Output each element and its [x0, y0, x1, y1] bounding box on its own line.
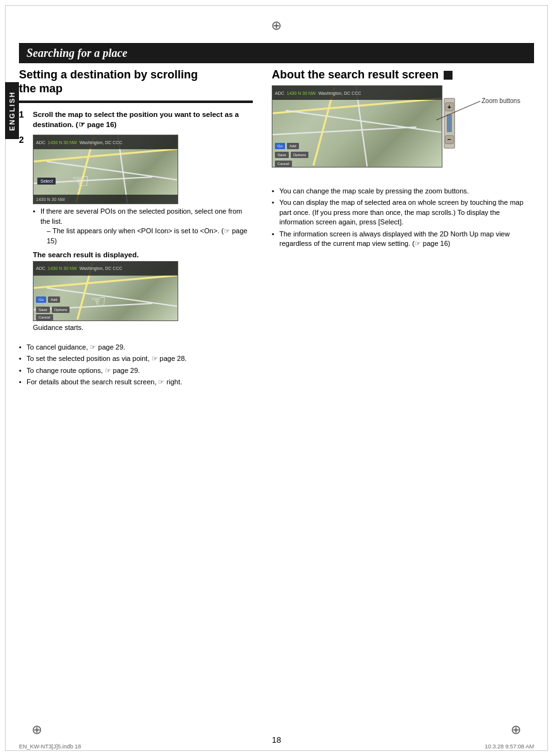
rmap-addr2: Washington, DC CCC — [319, 91, 362, 95]
bottom-bullets: To cancel guidance, ☞ page 29. To set th… — [19, 343, 253, 387]
crosshair-bottom-right: ⊕ — [511, 722, 521, 737]
map1-cursor: ☜ — [71, 169, 90, 191]
map2-save-btn[interactable]: Save — [36, 307, 50, 313]
search-result-text: The search result is displayed. — [33, 251, 253, 259]
page-title: Searching for a place — [27, 47, 128, 60]
rmap-options-btn[interactable]: Options — [291, 152, 309, 158]
road-2 — [47, 161, 177, 181]
english-tab: ENGLISH — [5, 82, 19, 139]
step1-number: 1 — [19, 109, 28, 130]
step1-row: 1 Scroll the map to select the position … — [19, 109, 253, 130]
map1-addr2: Washington, DC CCC — [80, 140, 123, 145]
zoom-buttons-widget: + − — [444, 98, 455, 149]
map2-btn-row2: Save Options — [36, 307, 70, 313]
map1-addr1: 1430 N 30 NW — [48, 140, 77, 145]
rmap-add-btn[interactable]: Add — [287, 143, 299, 149]
right-map: ADC 1430 N 30 NW Washington, DC CCC Go A… — [272, 85, 442, 168]
left-column: Setting a destination by scrolling the m… — [19, 68, 265, 731]
map2-add-btn[interactable]: Add — [48, 296, 60, 303]
map1-coord-bar: 1430 N 30 NW — [33, 195, 178, 204]
bottom-bullet-2: To set the selected position as via poin… — [19, 354, 253, 363]
map2-adc: ADC — [36, 266, 46, 271]
bottom-bullet-1: To cancel guidance, ☞ page 29. — [19, 343, 253, 352]
right-bullet-2: You can display the map of selected area… — [272, 198, 534, 227]
map2-options-btn[interactable]: Options — [52, 307, 70, 313]
bullet-poi: If there are several POIs on the selecte… — [33, 207, 253, 246]
crosshair-bottom-left: ⊕ — [32, 722, 42, 737]
svg-line-0 — [436, 101, 480, 120]
step2-content: ADC 1430 N 30 NW Washington, DC CCC Sele… — [33, 135, 253, 336]
map1-select-btn: Select — [37, 178, 56, 185]
rmap-btn-row1: Go Add — [275, 143, 299, 149]
rmap-btn-row2: Save Options — [275, 152, 308, 158]
map2-btn-row3: Cancel — [36, 314, 53, 320]
page-header: Searching for a place — [19, 43, 534, 63]
road-1 — [33, 148, 177, 162]
right-heading: About the search result screen — [272, 68, 534, 82]
map-image-2: ADC 1430 N 30 NW Washington, DC CCC Go A… — [33, 261, 178, 321]
step1-text: Scroll the map to select the position yo… — [33, 109, 253, 130]
right-bullet-1: You can change the map scale by pressing… — [272, 186, 534, 196]
footer-right: 10.3.28 9:57:08 AM — [485, 743, 534, 750]
map1-top-text: ADC — [36, 140, 46, 145]
heading-underline — [19, 101, 253, 103]
zoom-indicator — [447, 114, 452, 132]
map2-go-btn[interactable]: Go — [36, 296, 46, 303]
rmap-adc: ADC — [275, 91, 284, 95]
road-2b — [47, 287, 177, 307]
map2-cursor: ☜ — [90, 291, 106, 312]
map1-coord: 1430 N 30 NW — [36, 197, 65, 202]
rmap-cancel-btn[interactable]: Cancel — [275, 161, 292, 167]
right-map-container: ADC 1430 N 30 NW Washington, DC CCC Go A… — [272, 85, 449, 168]
main-content: Setting a destination by scrolling the m… — [19, 68, 534, 731]
rmap-addr1: 1430 N 30 NW — [287, 91, 316, 95]
svg-text:Zoom buttons: Zoom buttons — [482, 97, 520, 104]
map2-top-bar: ADC 1430 N 30 NW Washington, DC CCC — [33, 262, 178, 276]
bottom-bullet-4: For details about the search result scre… — [19, 377, 253, 387]
right-column: About the search result screen ADC 1430 … — [265, 68, 534, 731]
right-bullets: You can change the map scale by pressing… — [272, 186, 534, 248]
step2-number: 2 — [19, 135, 28, 336]
map2-cancel-btn[interactable]: Cancel — [36, 314, 53, 320]
english-tab-label: ENGLISH — [8, 91, 16, 131]
step2-bullets: If there are several POIs on the selecte… — [33, 207, 253, 246]
rmap-save-btn[interactable]: Save — [275, 152, 289, 158]
left-heading: Setting a destination by scrolling the m… — [19, 68, 253, 95]
map2-addr2: Washington, DC CCC — [80, 266, 123, 271]
map-image-1: ADC 1430 N 30 NW Washington, DC CCC Sele… — [33, 135, 178, 204]
step2-row: 2 ADC 1430 N 30 NW Washington, DC CCC — [19, 135, 253, 336]
page-number: 18 — [272, 735, 281, 745]
rmap-top-bar: ADC 1430 N 30 NW Washington, DC CCC — [272, 86, 442, 100]
road-1b — [33, 274, 177, 289]
map2-btn-row1: Go Add — [36, 296, 60, 303]
zoom-minus-button[interactable]: − — [445, 135, 454, 144]
rroad-3 — [272, 126, 416, 135]
zoom-plus-button[interactable]: + — [445, 102, 454, 111]
rmap-go-btn[interactable]: Go — [275, 143, 285, 149]
right-bullet-3: The information screen is always display… — [272, 229, 534, 249]
rmap-btn-row3: Cancel — [275, 161, 292, 167]
guidance-text: Guidance starts. — [33, 324, 253, 331]
bottom-bullet-3: To change route options, ☞ page 29. — [19, 366, 253, 375]
heading-square — [444, 71, 453, 80]
map2-addr1: 1430 N 30 NW — [48, 266, 77, 271]
footer-left: EN_KW-NT3[J]5.indb 18 — [19, 743, 81, 750]
map1-top-bar: ADC 1430 N 30 NW Washington, DC CCC — [33, 135, 178, 149]
